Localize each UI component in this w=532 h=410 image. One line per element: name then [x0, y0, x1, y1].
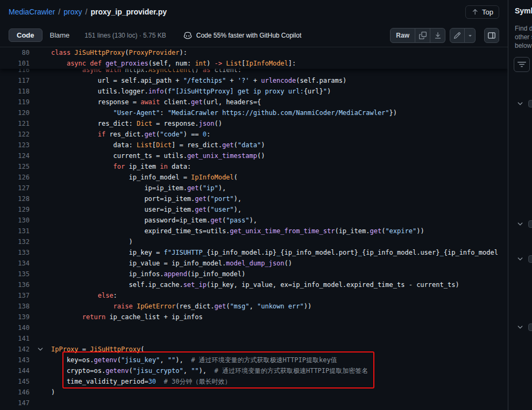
code-line: 121 res_dict: Dict = response.json()	[0, 118, 508, 129]
symbol-tree-item[interactable]	[516, 100, 532, 107]
line-number[interactable]: 131	[0, 226, 30, 236]
line-number[interactable]: 146	[0, 387, 30, 398]
fold-gutter	[30, 269, 51, 279]
code-text: user=ip_item.get("user"),	[51, 204, 242, 215]
line-number[interactable]: 122	[0, 129, 30, 140]
fold-gutter	[30, 226, 51, 236]
code-line: 145 time_validity_period=30 # 30分钟（最长时效）	[0, 376, 508, 387]
code-line: 125 for ip_item in data:	[0, 161, 508, 172]
line-number[interactable]: 130	[0, 215, 30, 226]
filter-symbols-button[interactable]	[514, 57, 530, 72]
code-line: 134 ip_value = ip_info_model.model_dump_…	[0, 258, 508, 269]
breadcrumb: MediaCrawler / proxy / proxy_ip_provider…	[0, 0, 508, 24]
line-number[interactable]: 80	[0, 47, 30, 58]
back-to-top-button[interactable]: Top	[465, 5, 499, 19]
tab-blame[interactable]: Blame	[42, 28, 77, 42]
line-number[interactable]: 123	[0, 140, 30, 150]
edit-dropdown-button[interactable]	[465, 28, 476, 43]
fold-gutter	[30, 301, 51, 312]
line-number[interactable]: 143	[0, 355, 30, 365]
line-number[interactable]: 101	[0, 58, 30, 69]
line-number[interactable]: 132	[0, 236, 30, 247]
chevron-down-icon	[516, 255, 524, 263]
chevron-down-icon	[516, 100, 524, 107]
line-number[interactable]: 139	[0, 312, 30, 322]
fold-gutter	[30, 193, 51, 204]
code-text: time_validity_period=30 # 30分钟（最长时效）	[51, 376, 231, 387]
copilot-banner[interactable]: Code 55% faster with GitHub Copilot	[183, 31, 301, 40]
line-number[interactable]: 118	[0, 86, 30, 97]
code-text: current_ts = utils.get_unix_timestamp()	[51, 150, 265, 161]
line-number[interactable]: 138	[0, 301, 30, 312]
code-text: async def get_proxies(self, num: int) ->…	[51, 58, 296, 69]
pencil-icon	[453, 32, 461, 39]
code-blame-tabs: Code Blame	[9, 28, 77, 42]
code-line: 101 async def get_proxies(self, num: int…	[0, 58, 508, 69]
fold-gutter	[30, 150, 51, 161]
line-number[interactable]: 124	[0, 150, 30, 161]
line-number[interactable]: 142	[0, 344, 30, 355]
line-number[interactable]: 119	[0, 97, 30, 107]
edit-button[interactable]	[450, 28, 465, 43]
fold-gutter	[30, 312, 51, 322]
breadcrumb-dir-link[interactable]: proxy	[63, 8, 82, 16]
collapse-chevron-icon[interactable]	[37, 346, 44, 353]
line-number[interactable]: 128	[0, 193, 30, 204]
line-number[interactable]: 120	[0, 107, 30, 118]
code-line: 143 key=os.getenv("jisu_key", ""), # 通过环…	[0, 355, 508, 365]
raw-actions-group: Raw	[390, 28, 445, 43]
code-text: password=ip_item.get("pass"),	[51, 215, 257, 226]
symbols-panel-toggle-button[interactable]	[484, 28, 499, 43]
line-number[interactable]: 140	[0, 322, 30, 333]
code-text: ip_value = ip_info_model.model_dump_json…	[51, 258, 292, 269]
code-text: ip_info_model = IpInfoModel(	[51, 172, 238, 183]
fold-gutter	[30, 107, 51, 118]
line-number[interactable]: 117	[0, 75, 30, 86]
file-meta: 151 lines (130 loc) · 5.75 KB	[84, 32, 166, 39]
line-number[interactable]: 129	[0, 204, 30, 215]
line-number[interactable]: 127	[0, 183, 30, 193]
line-number[interactable]: 133	[0, 247, 30, 258]
line-number[interactable]: 134	[0, 258, 30, 269]
line-number[interactable]: 144	[0, 365, 30, 376]
code-line: 126 ip_info_model = IpInfoModel(	[0, 172, 508, 183]
code-line: 119 response = await client.get(url, hea…	[0, 97, 508, 107]
copy-icon	[419, 32, 427, 39]
code-text: IpProxy = JiSuHttpProxy(	[51, 344, 144, 355]
code-line: 142IpProxy = JiSuHttpProxy(	[0, 344, 508, 355]
code-lines: 116 async with httpx.AsyncClient() as cl…	[0, 64, 508, 408]
copy-raw-button[interactable]	[415, 28, 430, 43]
line-number[interactable]: 141	[0, 333, 30, 344]
caret-down-icon	[467, 32, 473, 39]
breadcrumb-separator: /	[85, 8, 87, 16]
fold-gutter	[30, 58, 51, 69]
symbols-panel-description: below or in the code.	[515, 42, 532, 49]
line-number[interactable]: 136	[0, 279, 30, 290]
code-line: 133 ip_key = f"JISUHTTP_{ip_info_model.i…	[0, 247, 508, 258]
line-number[interactable]: 126	[0, 172, 30, 183]
code-text: )	[51, 236, 133, 247]
sidebar-panel-icon	[487, 31, 496, 40]
fold-gutter	[30, 183, 51, 193]
breadcrumb-repo-link[interactable]: MediaCrawler	[9, 8, 55, 16]
code-line: 122 if res_dict.get("code") == 0:	[0, 129, 508, 140]
tab-code[interactable]: Code	[9, 28, 42, 42]
line-number[interactable]: 135	[0, 269, 30, 279]
fold-gutter	[30, 97, 51, 107]
symbol-tree-item[interactable]	[516, 323, 532, 331]
symbol-tree-item[interactable]	[516, 220, 532, 228]
line-number[interactable]: 121	[0, 118, 30, 129]
raw-button[interactable]: Raw	[390, 28, 415, 43]
download-raw-button[interactable]	[430, 28, 445, 43]
line-number[interactable]: 145	[0, 376, 30, 387]
fold-gutter	[30, 376, 51, 387]
code-line: 124 current_ts = utils.get_unix_timestam…	[0, 150, 508, 161]
line-number[interactable]: 125	[0, 161, 30, 172]
code-line: 130 password=ip_item.get("pass"),	[0, 215, 508, 226]
code-text: for ip_item in data:	[51, 161, 191, 172]
back-to-top-label: Top	[482, 8, 493, 16]
fold-gutter	[30, 279, 51, 290]
symbol-tree-item[interactable]	[516, 255, 532, 263]
line-number[interactable]: 147	[0, 398, 30, 408]
line-number[interactable]: 137	[0, 290, 30, 301]
